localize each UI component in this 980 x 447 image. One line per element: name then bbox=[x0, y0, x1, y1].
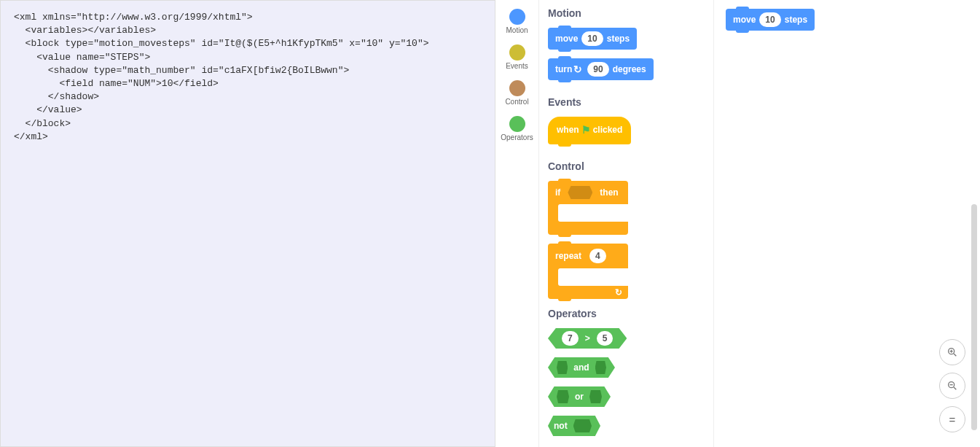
block-if-then[interactable]: if then bbox=[548, 181, 628, 235]
palette-heading-control: Control bbox=[548, 160, 705, 172]
num-input[interactable]: 90 bbox=[587, 62, 608, 77]
zoom-out-button[interactable] bbox=[939, 373, 965, 399]
block-turn-degrees[interactable]: turn 90 degrees bbox=[548, 58, 654, 80]
block-label: degrees bbox=[613, 64, 646, 74]
block-not[interactable]: not bbox=[548, 416, 600, 436]
block-label: clicked bbox=[593, 125, 623, 135]
workspace[interactable]: move 10 steps = bbox=[714, 0, 980, 447]
block-label: steps bbox=[607, 34, 630, 44]
category-label: Events bbox=[506, 62, 528, 70]
zoom-reset-button[interactable]: = bbox=[939, 406, 965, 432]
boolean-slot[interactable] bbox=[595, 361, 606, 374]
boolean-slot[interactable] bbox=[557, 390, 569, 403]
category-motion[interactable]: Motion bbox=[495, 6, 538, 37]
boolean-slot[interactable] bbox=[557, 361, 568, 374]
num-input[interactable]: 4 bbox=[589, 249, 606, 263]
green-flag-icon: ⚑ bbox=[581, 124, 591, 136]
svg-line-5 bbox=[954, 387, 956, 389]
block-label: turn bbox=[555, 64, 572, 74]
equals-icon: = bbox=[949, 413, 956, 426]
block-and[interactable]: and bbox=[548, 357, 615, 378]
category-label: Motion bbox=[506, 26, 528, 34]
boolean-slot[interactable] bbox=[589, 390, 602, 403]
vertical-scrollbar[interactable] bbox=[971, 204, 977, 430]
workspace-block-move-steps[interactable]: move 10 steps bbox=[726, 9, 815, 31]
blockly-editor: MotionEventsControlOperators Motion move… bbox=[495, 0, 980, 447]
palette-heading-events: Events bbox=[548, 96, 705, 108]
block-repeat[interactable]: repeat 4 bbox=[548, 244, 628, 299]
category-dot-icon bbox=[509, 44, 525, 61]
palette-heading-motion: Motion bbox=[548, 7, 705, 19]
block-or[interactable]: or bbox=[548, 386, 611, 407]
xml-source-panel[interactable]: <xml xmlns="http://www.w3.org/1999/xhtml… bbox=[0, 0, 495, 447]
category-dot-icon bbox=[509, 116, 525, 132]
block-greater-than[interactable]: 7 > 5 bbox=[548, 328, 627, 349]
palette-heading-operators: Operators bbox=[548, 308, 705, 319]
block-label: repeat bbox=[555, 251, 581, 261]
operator-label: not bbox=[554, 421, 568, 431]
block-label: then bbox=[600, 187, 618, 198]
block-label: move bbox=[733, 15, 756, 25]
operator-symbol: > bbox=[585, 333, 590, 343]
block-label: when bbox=[557, 125, 579, 135]
block-move-steps[interactable]: move 10 steps bbox=[548, 28, 637, 50]
category-operators[interactable]: Operators bbox=[495, 113, 538, 144]
category-events[interactable]: Events bbox=[495, 42, 538, 73]
svg-line-1 bbox=[954, 354, 956, 356]
repeat-arrow-icon bbox=[548, 286, 628, 299]
boolean-slot[interactable] bbox=[568, 186, 592, 199]
num-input[interactable]: 10 bbox=[759, 12, 780, 27]
category-control[interactable]: Control bbox=[495, 77, 538, 109]
turn-cw-icon bbox=[572, 63, 584, 75]
block-palette[interactable]: Motion move 10 steps turn 90 degrees Eve… bbox=[539, 0, 714, 447]
category-dot-icon bbox=[509, 9, 525, 25]
num-input[interactable]: 10 bbox=[581, 31, 603, 46]
category-label: Control bbox=[505, 98, 528, 106]
num-input[interactable]: 5 bbox=[597, 331, 614, 346]
num-input[interactable]: 7 bbox=[562, 331, 579, 346]
zoom-in-button[interactable] bbox=[939, 339, 965, 365]
block-label: if bbox=[555, 187, 560, 198]
block-label: steps bbox=[785, 15, 807, 25]
operator-label: or bbox=[575, 392, 584, 402]
category-column: MotionEventsControlOperators bbox=[495, 0, 539, 447]
block-when-flag-clicked[interactable]: when ⚑ clicked bbox=[548, 117, 631, 144]
operator-label: and bbox=[573, 362, 589, 373]
boolean-slot[interactable] bbox=[573, 419, 592, 432]
block-label: move bbox=[555, 34, 578, 44]
zoom-controls: = bbox=[939, 339, 965, 432]
category-dot-icon bbox=[509, 80, 525, 96]
category-label: Operators bbox=[501, 133, 533, 141]
